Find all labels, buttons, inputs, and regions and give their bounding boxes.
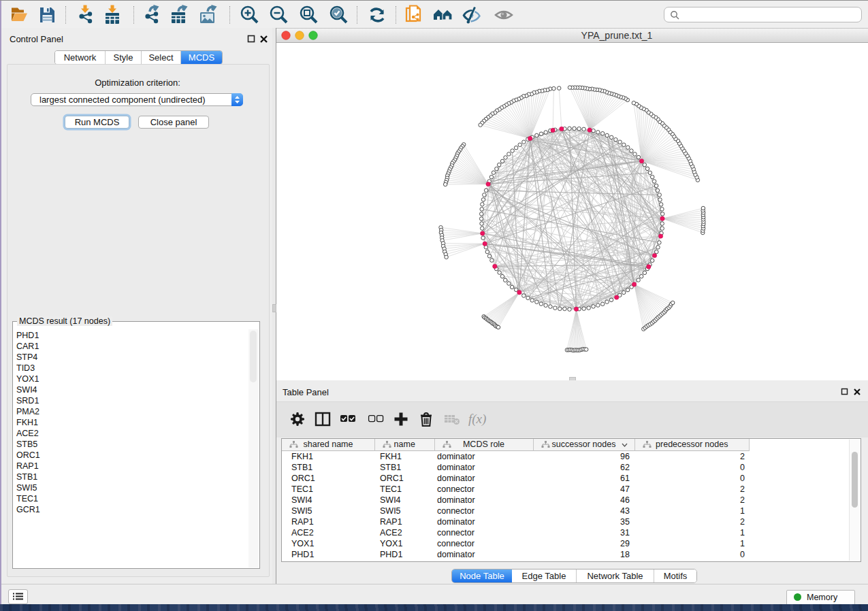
- svg-text:f(x): f(x): [468, 412, 486, 427]
